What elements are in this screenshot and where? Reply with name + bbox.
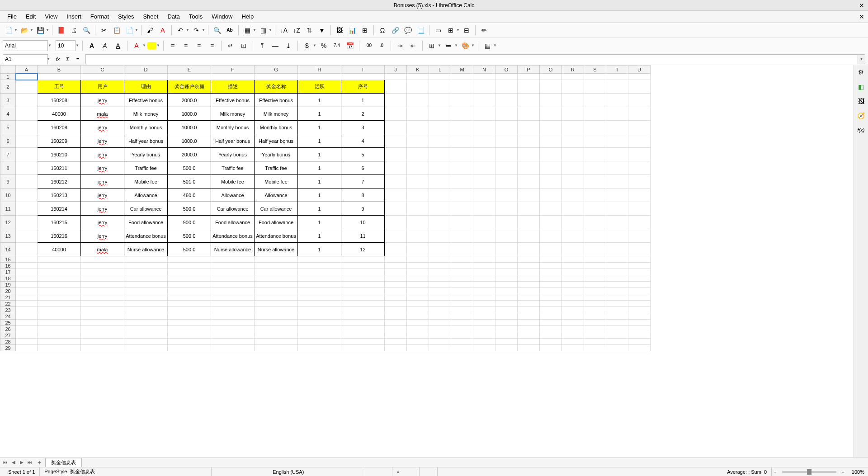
status-language[interactable]: English (USA) — [212, 467, 365, 476]
cell-I24[interactable] — [341, 313, 385, 320]
cell-B22[interactable] — [38, 301, 81, 307]
row-header-4[interactable]: 4 — [0, 107, 16, 121]
cell-A25[interactable] — [16, 320, 38, 326]
cell-H26[interactable] — [298, 326, 341, 332]
cell-T6[interactable] — [606, 134, 628, 148]
open-dropdown-icon[interactable]: ▼ — [30, 28, 33, 32]
cell-D14[interactable]: Nurse allowance — [124, 243, 168, 256]
cell-B28[interactable] — [38, 339, 81, 345]
cell-Q15[interactable] — [540, 256, 562, 263]
cell-U2[interactable] — [628, 80, 651, 94]
cell-L9[interactable] — [429, 175, 451, 189]
cell-G4[interactable]: Milk money — [255, 107, 298, 121]
cell-S27[interactable] — [584, 332, 606, 339]
find-replace-icon[interactable]: 🔍 — [211, 24, 223, 36]
cell-L5[interactable] — [429, 121, 451, 134]
cell-C27[interactable] — [81, 332, 124, 339]
sort-asc-icon[interactable]: ↓A — [278, 24, 290, 36]
cell-I11[interactable]: 9 — [341, 202, 385, 216]
cell-T2[interactable] — [606, 80, 628, 94]
cell-P1[interactable] — [518, 74, 540, 80]
tab-prev-icon[interactable]: ◀ — [10, 459, 17, 466]
cell-P19[interactable] — [518, 282, 540, 288]
cell-J26[interactable] — [385, 326, 407, 332]
cell-B15[interactable] — [38, 256, 81, 263]
cell-G25[interactable] — [255, 320, 298, 326]
cell-S25[interactable] — [584, 320, 606, 326]
cell-A6[interactable] — [16, 134, 38, 148]
cell-L16[interactable] — [429, 263, 451, 269]
cell-D22[interactable] — [124, 301, 168, 307]
cell-N7[interactable] — [473, 148, 495, 161]
cell-C12[interactable]: jerry — [81, 216, 124, 229]
cell-F23[interactable] — [211, 307, 255, 313]
cell-S16[interactable] — [584, 263, 606, 269]
comment-icon[interactable]: 💬 — [402, 24, 414, 36]
cell-A18[interactable] — [16, 275, 38, 282]
cell-F8[interactable]: Traffic fee — [211, 161, 255, 175]
cell-P25[interactable] — [518, 320, 540, 326]
cell-T4[interactable] — [606, 107, 628, 121]
cell-E21[interactable] — [168, 294, 211, 301]
spreadsheet-grid[interactable]: ABCDEFGHIJKLMNOPQRSTU12工号用户理由奖金账户余额描述奖金名… — [0, 65, 854, 457]
cell-G21[interactable] — [255, 294, 298, 301]
border-color-icon[interactable]: 🎨 — [459, 40, 471, 52]
freeze-panes-icon[interactable]: ⊞ — [445, 24, 457, 36]
cell-R17[interactable] — [562, 269, 584, 275]
cell-B29[interactable] — [38, 345, 81, 351]
cell-K16[interactable] — [407, 263, 429, 269]
cell-R18[interactable] — [562, 275, 584, 282]
row-header-1[interactable]: 1 — [0, 74, 16, 80]
cell-F14[interactable]: Nurse allowance — [211, 243, 255, 256]
font-size-input[interactable] — [56, 40, 75, 51]
sidebar-properties-icon[interactable]: ⚙ — [856, 67, 867, 78]
cell-E26[interactable] — [168, 326, 211, 332]
cell-E16[interactable] — [168, 263, 211, 269]
cell-H20[interactable] — [298, 288, 341, 294]
copy-icon[interactable]: 📋 — [111, 24, 123, 36]
cell-S20[interactable] — [584, 288, 606, 294]
cell-M23[interactable] — [451, 307, 473, 313]
cell-Q13[interactable] — [540, 229, 562, 243]
cell-B21[interactable] — [38, 294, 81, 301]
align-middle-icon[interactable]: — — [269, 40, 281, 52]
cell-R24[interactable] — [562, 313, 584, 320]
align-left-icon[interactable]: ≡ — [167, 40, 179, 52]
cell-U10[interactable] — [628, 189, 651, 202]
cell-T16[interactable] — [606, 263, 628, 269]
cell-N13[interactable] — [473, 229, 495, 243]
cell-M12[interactable] — [451, 216, 473, 229]
cell-G20[interactable] — [255, 288, 298, 294]
cell-K7[interactable] — [407, 148, 429, 161]
cell-K22[interactable] — [407, 301, 429, 307]
cell-R5[interactable] — [562, 121, 584, 134]
cell-G24[interactable] — [255, 313, 298, 320]
cell-M3[interactable] — [451, 94, 473, 107]
select-all-corner[interactable] — [0, 66, 16, 74]
special-char-icon[interactable]: Ω — [377, 24, 388, 36]
cell-B1[interactable] — [38, 74, 81, 80]
cell-I3[interactable]: 1 — [341, 94, 385, 107]
cell-K23[interactable] — [407, 307, 429, 313]
cell-L21[interactable] — [429, 294, 451, 301]
cell-I8[interactable]: 6 — [341, 161, 385, 175]
cell-B16[interactable] — [38, 263, 81, 269]
zoom-in-icon[interactable]: + — [840, 469, 846, 475]
cell-U27[interactable] — [628, 332, 651, 339]
cell-J29[interactable] — [385, 345, 407, 351]
draw-functions-icon[interactable]: ✏ — [478, 24, 490, 36]
cell-F7[interactable]: Yearly bonus — [211, 148, 255, 161]
cell-F12[interactable]: Food allowance — [211, 216, 255, 229]
cell-N21[interactable] — [473, 294, 495, 301]
cell-D23[interactable] — [124, 307, 168, 313]
cut-icon[interactable]: ✂ — [98, 24, 110, 36]
cell-P9[interactable] — [518, 175, 540, 189]
cell-T9[interactable] — [606, 175, 628, 189]
cell-A16[interactable] — [16, 263, 38, 269]
cell-C28[interactable] — [81, 339, 124, 345]
cell-F22[interactable] — [211, 301, 255, 307]
currency-dropdown-icon[interactable]: ▼ — [313, 43, 316, 47]
cell-S13[interactable] — [584, 229, 606, 243]
column-header-Q[interactable]: Q — [540, 66, 562, 74]
cell-A21[interactable] — [16, 294, 38, 301]
